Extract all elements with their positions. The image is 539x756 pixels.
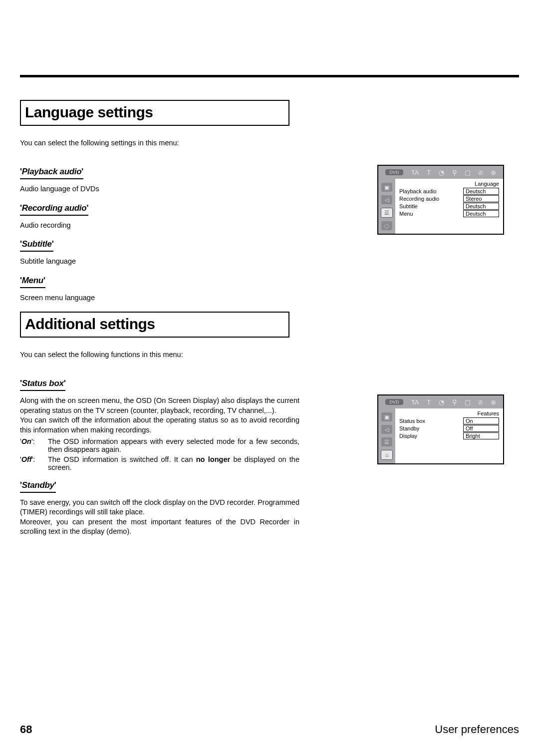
page-number: 68	[20, 723, 32, 736]
def-off: 'Off': The OSD information is switched o…	[20, 455, 299, 471]
osd-language-screenshot: DVD TA T ◔ ⚲ ▢ ⎚ ⊕ ▣ ◁ ☰ ◌ Language Play…	[377, 165, 504, 235]
zoom-icon: ⊕	[491, 169, 496, 176]
subheading-status-box: Status box	[20, 378, 65, 391]
timer-icon: T	[427, 398, 431, 406]
section-title-text: Additional settings	[25, 316, 282, 333]
section-title-language-settings: Language settings	[20, 100, 289, 126]
body-recording-audio: Audio recording	[20, 221, 299, 231]
page-footer: 68 User preferences	[20, 723, 519, 736]
osd-row: Recording audioStereo	[399, 195, 499, 202]
osd-dvd-label: DVD	[385, 399, 403, 405]
picture-icon: ▣	[381, 183, 392, 192]
osd-row: SubtitleDeutsch	[399, 203, 499, 210]
subheading-recording-audio: Recording audio	[20, 203, 88, 216]
plug-icon: ⚲	[452, 169, 457, 176]
subheading-playback-audio: Playback audio	[20, 167, 83, 179]
features-icon: ⌂	[381, 450, 393, 460]
def-on: 'On': The OSD information appears with e…	[20, 437, 299, 453]
clock-icon: ◔	[439, 169, 444, 176]
picture-icon: ▣	[381, 412, 392, 421]
camera-icon: ⎚	[479, 169, 483, 176]
osd-toolbar: DVD TA T ◔ ⚲ ▢ ⎚ ⊕	[378, 166, 503, 179]
osd-features-screenshot: DVD TA T ◔ ⚲ ▢ ⎚ ⊕ ▣ ◁ ☰ ⌂ Features Stat…	[377, 394, 504, 464]
body-standby: To save energy, you can switch off the c…	[20, 498, 299, 537]
section1-body: Playback audio Audio language of DVDs Re…	[20, 158, 299, 303]
antenna-icon: TA	[411, 169, 419, 176]
section-intro: You can select the following settings in…	[20, 139, 519, 147]
osd-row: Playback audioDeutsch	[399, 188, 499, 195]
body-status-box: Along with the on screen menu, the OSD (…	[20, 396, 299, 435]
camera-icon: ⎚	[479, 398, 483, 406]
osd-toolbar: DVD TA T ◔ ⚲ ▢ ⎚ ⊕	[378, 395, 503, 408]
subheading-standby: Standby	[20, 480, 56, 493]
timer-icon: T	[427, 169, 431, 176]
section-title-text: Language settings	[25, 104, 282, 121]
sound-icon: ◁	[381, 195, 392, 204]
osd-sidebar: ▣ ◁ ☰ ⌂	[378, 408, 395, 463]
body-subtitle: Subtitle language	[20, 257, 299, 267]
tv-icon: ▢	[465, 169, 471, 176]
osd-main: Language Playback audioDeutsch Recording…	[395, 179, 503, 234]
osd-row: StandbyOff	[399, 425, 499, 432]
osd-row: DisplayBright	[399, 432, 499, 439]
tv-icon: ▢	[465, 398, 471, 406]
body-playback-audio: Audio language of DVDs	[20, 184, 299, 194]
plug-icon: ⚲	[452, 398, 457, 406]
chapter-title: User preferences	[435, 723, 519, 736]
osd-sidebar: ▣ ◁ ☰ ◌	[378, 179, 395, 234]
osd-main: Features Status boxOn StandbyOff Display…	[395, 408, 503, 463]
osd-dvd-label: DVD	[385, 169, 403, 175]
osd-row: Status boxOn	[399, 417, 499, 424]
language-icon: ☰	[381, 208, 393, 218]
osd-row: MenuDeutsch	[399, 210, 499, 217]
clock-icon: ◔	[439, 398, 444, 406]
section-title-additional-settings: Additional settings	[20, 312, 289, 338]
def-val: The OSD information is switched off. It …	[48, 455, 299, 471]
def-val: The OSD information appears with every s…	[48, 437, 299, 453]
section2-body: Status box Along with the on screen menu…	[20, 370, 299, 537]
sound-icon: ◁	[381, 425, 392, 434]
def-key: 'Off':	[20, 455, 48, 471]
subheading-subtitle: Subtitle	[20, 239, 53, 252]
def-key: 'On':	[20, 437, 48, 453]
antenna-icon: TA	[411, 398, 419, 406]
language-icon: ☰	[381, 437, 392, 446]
section-intro: You can select the following functions i…	[20, 351, 519, 359]
zoom-icon: ⊕	[491, 398, 496, 406]
features-icon: ◌	[381, 221, 392, 230]
body-menu: Screen menu language	[20, 293, 299, 303]
osd-heading: Language	[399, 181, 499, 187]
subheading-menu: Menu	[20, 276, 45, 288]
top-rule	[20, 75, 519, 77]
osd-heading: Features	[399, 410, 499, 416]
page-content: Language settings You can select the fol…	[20, 100, 519, 696]
